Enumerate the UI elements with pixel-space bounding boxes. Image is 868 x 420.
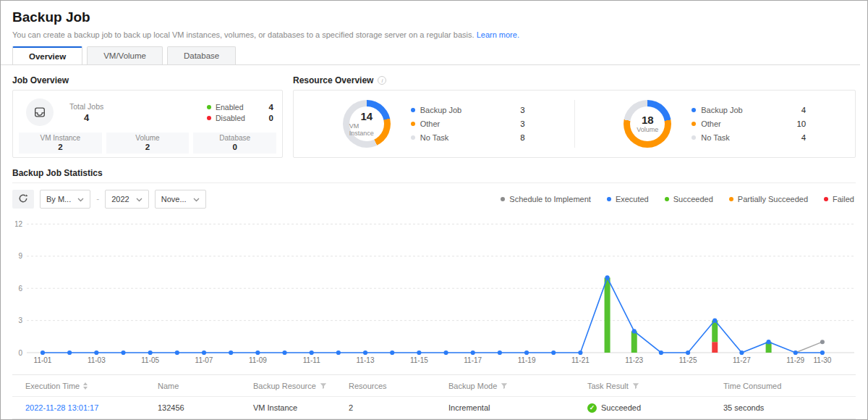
- legend-dot: [729, 197, 733, 201]
- tab-overview[interactable]: Overview: [12, 46, 82, 64]
- col-resources: Resources: [349, 382, 448, 390]
- resource-overview-title: Resource Overview: [293, 75, 373, 85]
- volume-donut-chart: 18 Volume: [624, 100, 671, 148]
- legend-item: Backup Job 3: [411, 106, 525, 114]
- chart-legend: Schedule to Implement Executed Succeeded…: [501, 195, 856, 203]
- vm-instance-legend: Backup Job 3 Other 3 No Task: [411, 101, 525, 147]
- volume-unit: Volume: [637, 126, 658, 133]
- svg-text:11-23: 11-23: [625, 356, 643, 364]
- svg-text:9: 9: [18, 252, 22, 260]
- tab-vm-volume[interactable]: VM/Volume: [87, 46, 163, 64]
- total-jobs-icon: [26, 98, 54, 126]
- vm-instance-unit: VM Instance: [349, 122, 384, 137]
- backup-job-page: Backup Job You can create a backup job t…: [0, 0, 868, 420]
- range-separator: -: [96, 194, 99, 204]
- legend-dot: [665, 197, 669, 201]
- no-task-dot: [692, 135, 696, 140]
- legend-partially-succeeded[interactable]: Partially Succeeded: [729, 195, 808, 203]
- tab-database[interactable]: Database: [167, 46, 236, 64]
- svg-text:6: 6: [18, 285, 22, 293]
- svg-text:11-03: 11-03: [88, 356, 106, 364]
- sort-icon[interactable]: [83, 382, 88, 390]
- job-overview-section: Job Overview Total Jobs 4: [12, 75, 283, 158]
- svg-text:11-29: 11-29: [786, 356, 804, 364]
- refresh-button[interactable]: [12, 190, 34, 209]
- legend-item: No Task 4: [692, 133, 806, 142]
- cell-backup-resource: VM Instance: [253, 403, 349, 412]
- cell-resources: 2: [349, 403, 448, 412]
- svg-text:11-21: 11-21: [571, 356, 590, 364]
- chevron-down-icon: [77, 195, 84, 203]
- refresh-icon: [18, 193, 28, 206]
- group-by-select[interactable]: By M...: [40, 190, 90, 209]
- col-time-consumed: Time Consumed: [723, 382, 856, 390]
- svg-text:11-05: 11-05: [141, 356, 159, 364]
- execution-time-link[interactable]: 2022-11-28 13:01:17: [25, 403, 98, 412]
- cell-name: 132456: [158, 403, 253, 412]
- legend-executed[interactable]: Executed: [607, 195, 649, 203]
- status-disabled: Disabled 0: [207, 114, 273, 122]
- legend-dot: [824, 197, 828, 201]
- job-status-legend: Enabled 4 Disabled 0: [207, 101, 273, 125]
- legend-item: Other 3: [411, 119, 525, 128]
- legend-failed[interactable]: Failed: [824, 195, 854, 203]
- job-box-database: Database 0: [193, 133, 276, 154]
- svg-text:12: 12: [15, 220, 22, 228]
- col-name: Name: [158, 382, 253, 390]
- statistics-title: Backup Job Statistics: [12, 168, 856, 178]
- total-jobs-label: Total Jobs: [69, 102, 103, 111]
- svg-text:11-09: 11-09: [249, 356, 267, 364]
- status-enabled: Enabled 4: [207, 103, 273, 112]
- page-description: You can create a backup job to back up l…: [12, 30, 856, 39]
- chevron-down-icon: [193, 195, 200, 203]
- legend-succeeded[interactable]: Succeeded: [665, 195, 713, 203]
- page-header: Backup Job You can create a backup job t…: [1, 1, 867, 39]
- legend-item: No Task 8: [411, 133, 525, 142]
- year-select[interactable]: 2022: [105, 190, 148, 209]
- backup-job-dot: [411, 108, 415, 112]
- svg-text:11-15: 11-15: [410, 356, 428, 364]
- job-overview-panel: Total Jobs 4 Enabled 4 Disabled: [12, 90, 283, 158]
- tab-bar: Overview VM/Volume Database: [12, 46, 867, 64]
- legend-item: Other 10: [692, 119, 806, 128]
- filter-icon[interactable]: [501, 382, 508, 390]
- no-task-dot: [411, 135, 415, 140]
- volume-donut-block: 18 Volume Backup Job 4: [575, 100, 856, 148]
- svg-text:11-17: 11-17: [464, 356, 482, 364]
- legend-schedule-to-implement[interactable]: Schedule to Implement: [501, 195, 591, 203]
- table-row: 2022-11-28 13:01:17 132456 VM Instance 2…: [12, 397, 856, 419]
- description-text: You can create a backup job to back up l…: [12, 30, 475, 39]
- col-backup-resource: Backup Resource: [253, 382, 349, 390]
- col-backup-mode: Backup Mode: [448, 382, 587, 390]
- svg-text:11-01: 11-01: [34, 356, 52, 364]
- other-dot: [411, 122, 415, 126]
- cell-time-consumed: 35 seconds: [723, 403, 856, 412]
- backup-jobs-table: Execution Time Name Backup Resource Reso…: [12, 374, 856, 419]
- check-circle-icon: ✓: [587, 403, 597, 413]
- table-header-row: Execution Time Name Backup Resource Reso…: [12, 375, 856, 397]
- section-divider: [12, 182, 856, 183]
- learn-more-link[interactable]: Learn more.: [477, 30, 519, 39]
- disabled-dot: [207, 116, 211, 120]
- vm-instance-donut-chart: 14 VM Instance: [343, 100, 391, 148]
- job-overview-title: Job Overview: [12, 75, 283, 85]
- filter-icon[interactable]: [320, 382, 327, 390]
- filter-icon[interactable]: [632, 382, 639, 390]
- resource-overview-section: Resource Overview i 14 VM Instance: [293, 75, 856, 158]
- col-task-result: Task Result: [587, 382, 723, 390]
- svg-text:0: 0: [18, 349, 22, 357]
- vm-instance-donut-block: 14 VM Instance Backup Job 3: [294, 100, 574, 148]
- month-select[interactable]: Nove...: [155, 190, 206, 209]
- backup-statistics-chart: 03691211-0111-0311-0511-0711-0911-1111-1…: [15, 212, 857, 368]
- page-title: Backup Job: [12, 9, 856, 25]
- backup-job-statistics-section: Backup Job Statistics By M... - 2022: [12, 168, 856, 368]
- tabs-divider: [1, 64, 860, 65]
- cell-task-result: ✓ Succeeded: [587, 403, 723, 413]
- svg-text:11-07: 11-07: [195, 356, 213, 364]
- info-icon[interactable]: i: [378, 76, 386, 85]
- svg-text:11-25: 11-25: [679, 356, 697, 364]
- volume-total: 18: [642, 114, 654, 126]
- legend-dot: [607, 197, 611, 201]
- enabled-dot: [207, 105, 211, 109]
- svg-text:11-11: 11-11: [303, 356, 321, 364]
